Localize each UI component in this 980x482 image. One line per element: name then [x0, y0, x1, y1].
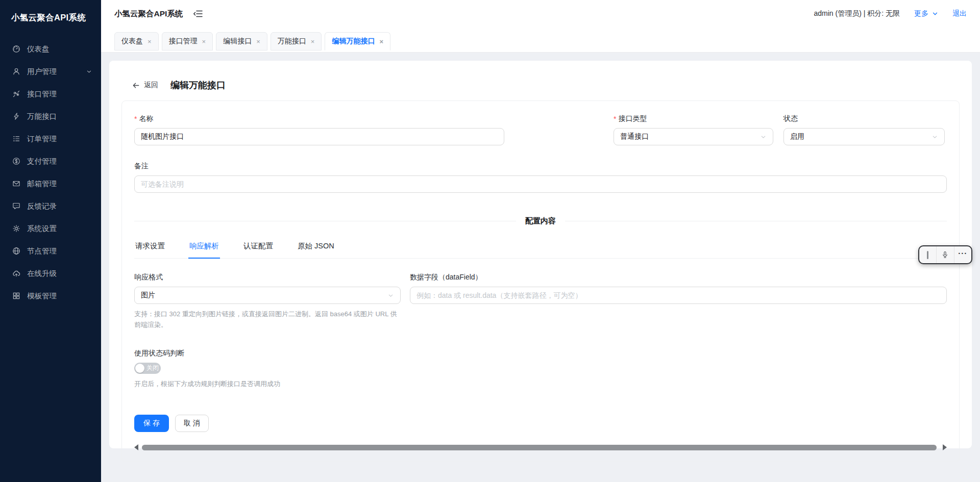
gear-icon	[12, 224, 20, 233]
content-area: 返回 编辑万能接口 * 名称 *	[101, 53, 980, 482]
sidebar-item-universal-api[interactable]: 万能接口	[0, 105, 101, 128]
scroll-left-arrow[interactable]	[134, 444, 138, 450]
sidebar-item-templates[interactable]: 模板管理	[0, 285, 101, 307]
status-code-toggle[interactable]: 关闭	[134, 363, 161, 374]
chevron-down-icon	[387, 292, 394, 299]
mail-icon	[12, 180, 20, 188]
ellipsis-icon: ···	[958, 253, 967, 257]
scroll-right-arrow[interactable]	[943, 444, 947, 450]
field-remark: 备注	[134, 162, 947, 193]
widget-more-button[interactable]: ···	[954, 246, 971, 263]
tab-dashboard[interactable]: 仪表盘 ×	[114, 32, 159, 50]
remark-input[interactable]	[134, 175, 947, 193]
label-text: 响应格式	[134, 273, 163, 282]
field-data-field: 数据字段（dataField）	[410, 273, 947, 331]
response-format-help: 支持：接口 302 重定向到图片链接，或直接返回图片二进制。返回 base64 …	[134, 309, 401, 331]
sidebar-item-label: 万能接口	[27, 112, 57, 121]
chevron-down-icon	[86, 69, 92, 74]
field-status: 状态 启用	[783, 114, 945, 145]
label-text: 使用状态码判断	[134, 349, 184, 358]
response-format-select[interactable]: 图片	[134, 287, 401, 304]
chevron-down-icon	[932, 134, 938, 140]
close-icon[interactable]: ×	[202, 38, 206, 45]
tab-response-parse[interactable]: 响应解析	[188, 241, 220, 259]
close-icon[interactable]: ×	[256, 38, 260, 45]
sidebar-item-feedback[interactable]: 反馈记录	[0, 195, 101, 217]
sidebar-item-payments[interactable]: 支付管理	[0, 150, 101, 172]
page-title: 编辑万能接口	[170, 79, 226, 91]
voice-input-widget: ···	[918, 245, 972, 264]
sidebar-item-nodes[interactable]: 节点管理	[0, 240, 101, 262]
form-panel: * 名称 * 接口类型 普通接口	[121, 100, 960, 462]
api-type-select[interactable]: 普通接口	[614, 128, 773, 145]
label-text: 备注	[134, 162, 149, 171]
sidebar-item-users[interactable]: 用户管理	[0, 60, 101, 83]
user-icon	[12, 67, 20, 75]
tab-api-manage[interactable]: 接口管理 ×	[162, 32, 213, 50]
tab-universal-api[interactable]: 万能接口 ×	[271, 32, 322, 50]
data-field-input[interactable]	[410, 287, 947, 304]
config-divider: 配置内容	[134, 216, 947, 226]
sidebar-item-orders[interactable]: 订单管理	[0, 128, 101, 150]
comment-icon	[12, 202, 20, 210]
sidebar-item-settings[interactable]: 系统设置	[0, 217, 101, 240]
field-name: * 名称	[134, 114, 504, 145]
scrollbar-thumb[interactable]	[142, 445, 937, 450]
api-type-label: * 接口类型	[614, 114, 773, 123]
status-select[interactable]: 启用	[783, 128, 945, 145]
sidebar-item-label: 反馈记录	[27, 201, 57, 211]
sidebar-item-label: 仪表盘	[27, 44, 50, 54]
tab-edit-api[interactable]: 编辑接口 ×	[216, 32, 267, 50]
data-field-label: 数据字段（dataField）	[410, 273, 947, 282]
tab-label: 编辑接口	[223, 37, 252, 46]
ordered-list-icon	[12, 135, 20, 143]
label-text: 状态	[783, 114, 798, 123]
more-label: 更多	[914, 9, 928, 18]
sidebar-item-upgrade[interactable]: 在线升级	[0, 262, 101, 285]
sidebar-item-label: 系统设置	[27, 224, 57, 234]
sidebar-item-label: 节点管理	[27, 246, 57, 256]
status-code-label: 使用状态码判断	[134, 349, 947, 358]
cancel-button[interactable]: 取 消	[175, 415, 209, 432]
menu-fold-icon[interactable]	[193, 9, 203, 19]
tab-edit-universal-api[interactable]: 编辑万能接口 ×	[325, 32, 390, 50]
back-button[interactable]: 返回	[132, 81, 158, 90]
tab-label: 万能接口	[278, 37, 306, 46]
chevron-down-icon	[932, 11, 938, 17]
microphone-icon	[941, 251, 949, 259]
tab-request-settings[interactable]: 请求设置	[134, 241, 166, 258]
toggle-state-label: 关闭	[146, 364, 159, 372]
tab-label: 接口管理	[169, 37, 198, 46]
api-icon	[12, 90, 20, 98]
close-icon[interactable]: ×	[311, 38, 315, 45]
sidebar-item-mail[interactable]: 邮箱管理	[0, 172, 101, 195]
logout-link[interactable]: 退出	[952, 9, 967, 18]
status-code-help: 开启后，根据下方成功规则判断接口是否调用成功	[134, 379, 947, 390]
close-icon[interactable]: ×	[148, 38, 152, 45]
sidebar-item-dashboard[interactable]: 仪表盘	[0, 38, 101, 60]
status-label: 状态	[783, 114, 945, 123]
label-text: 接口类型	[618, 114, 647, 123]
form-actions: 保 存 取 消	[134, 415, 947, 432]
chevron-down-icon	[760, 134, 767, 140]
field-response-format: 响应格式 图片 支持：接口 302 重定向到图片链接，或直接返回图片二进制。返回…	[134, 273, 401, 331]
cloud-upload-icon	[12, 269, 20, 277]
sidebar-item-label: 接口管理	[27, 89, 57, 99]
microphone-button[interactable]	[936, 246, 953, 263]
sidebar-item-api-manage[interactable]: 接口管理	[0, 83, 101, 105]
header-app-title: 小氢云聚合API系统	[114, 9, 183, 19]
name-input[interactable]	[134, 128, 504, 145]
required-mark: *	[614, 115, 616, 123]
close-icon[interactable]: ×	[379, 38, 383, 45]
text-cursor-handle[interactable]	[919, 246, 936, 263]
thunderbolt-icon	[12, 112, 20, 120]
divider-title: 配置内容	[525, 216, 556, 226]
more-dropdown[interactable]: 更多	[914, 9, 938, 18]
tab-raw-json[interactable]: 原始 JSON	[297, 241, 335, 258]
appstore-icon	[12, 292, 20, 300]
scrollbar-track[interactable]	[142, 445, 939, 450]
dashboard-icon	[12, 45, 20, 53]
save-button[interactable]: 保 存	[134, 415, 169, 432]
config-tabs: 请求设置 响应解析 认证配置 原始 JSON	[134, 241, 947, 259]
tab-auth-config[interactable]: 认证配置	[242, 241, 274, 258]
